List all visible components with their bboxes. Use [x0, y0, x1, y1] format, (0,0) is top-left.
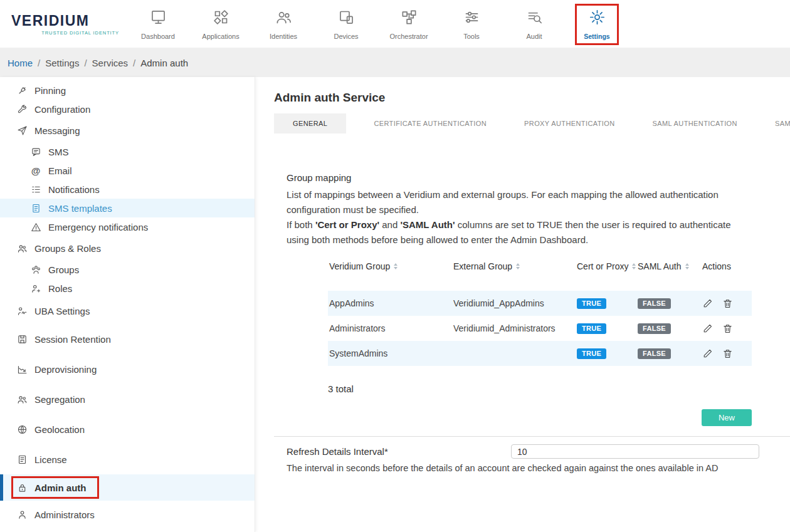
column-header-veridium-group[interactable]: Veridium Group [328, 261, 453, 271]
delete-button[interactable] [722, 348, 733, 359]
edit-button[interactable] [702, 298, 713, 309]
tab-saml-authentication[interactable]: SAML AUTHENTICATION [643, 113, 747, 133]
cert-or-proxy-badge: TRUE [577, 323, 606, 334]
license-document-icon [16, 454, 28, 465]
table-header-row: Veridium Group External Group Cert or Pr… [328, 256, 752, 276]
tab-proxy-authentication[interactable]: PROXY AUTHENTICATION [514, 113, 625, 133]
breadcrumb-home[interactable]: Home [8, 58, 33, 68]
nav-item-identities[interactable]: Identities [252, 5, 315, 43]
settings-sidebar: Pinning Configuration Messaging SMS @ Em… [0, 77, 255, 532]
tab-general[interactable]: GENERAL [274, 113, 346, 133]
sidebar-item-segregation[interactable]: Segregation [0, 384, 255, 414]
nav-item-orchestrator[interactable]: Orchestrator [377, 5, 440, 43]
sidebar-item-admin-auth[interactable]: Admin auth [0, 474, 255, 501]
group-mapping-heading: Group mapping [287, 172, 790, 183]
users-icon [16, 243, 28, 254]
breadcrumb-current: Admin auth [140, 58, 188, 68]
refresh-interval-input[interactable] [511, 444, 759, 459]
breadcrumb-services[interactable]: Services [92, 58, 129, 68]
main-nav: Dashboard Applications Identities Device… [127, 5, 628, 43]
delete-button[interactable] [722, 323, 733, 334]
declining-chart-icon [16, 363, 28, 375]
tab-saml-keystore[interactable]: SAML KE [765, 113, 790, 133]
new-button[interactable]: New [702, 409, 752, 426]
nav-item-audit[interactable]: Audit [503, 5, 566, 43]
devices-icon [338, 9, 355, 28]
breadcrumb-separator: / [38, 58, 40, 68]
sidebar-item-messaging[interactable]: Messaging [0, 118, 255, 142]
breadcrumb-settings[interactable]: Settings [45, 58, 79, 68]
group-mapping-section: Group mapping List of mappings between a… [274, 172, 790, 426]
dashboard-icon [150, 9, 167, 28]
text-segment-bold: 'Cert or Proxy' [315, 219, 379, 230]
breadcrumb: Home / Settings / Services / Admin auth [0, 48, 790, 77]
nav-item-applications[interactable]: Applications [189, 5, 252, 43]
sidebar-item-sms-templates[interactable]: SMS templates [0, 199, 255, 217]
uba-icon [16, 305, 28, 316]
column-header-saml-auth[interactable]: SAML Auth [638, 261, 702, 271]
saml-auth-badge: FALSE [638, 298, 671, 309]
pin-icon [16, 85, 28, 96]
breadcrumb-separator: / [84, 58, 87, 68]
cert-or-proxy-badge: TRUE [577, 298, 606, 309]
wrench-icon [16, 103, 28, 115]
segregation-users-icon [16, 394, 28, 405]
sidebar-item-administrators[interactable]: Administrators [0, 501, 255, 528]
section-divider [274, 436, 790, 437]
refresh-interval-section: Refresh Details Interval* The interval i… [274, 444, 790, 473]
applications-icon [213, 9, 229, 28]
sidebar-item-groups[interactable]: Groups [0, 260, 255, 279]
sidebar-item-session-retention[interactable]: Session Retention [0, 324, 255, 354]
nav-item-devices[interactable]: Devices [315, 5, 377, 43]
sidebar-item-sms[interactable]: SMS [0, 142, 255, 161]
new-button-row: New [287, 409, 752, 426]
nav-item-tools[interactable]: Tools [440, 5, 503, 43]
page-title: Admin auth Service [274, 91, 790, 105]
nav-item-settings[interactable]: Settings [566, 5, 628, 43]
refresh-interval-help: The interval in seconds before the detai… [287, 463, 790, 473]
column-header-cert-or-proxy[interactable]: Cert or Proxy [577, 261, 638, 271]
top-navigation: VERIDIUM TRUSTED DIGITAL IDENTITY Dashbo… [0, 0, 790, 48]
cell-veridium-group: Administrators [328, 323, 453, 333]
cell-external-group: Veridiumid_AppAdmins [453, 298, 577, 308]
tab-certificate-authentication[interactable]: CERTIFICATE AUTHENTICATION [364, 113, 497, 133]
sidebar-item-pinning[interactable]: Pinning [0, 81, 255, 100]
edit-button[interactable] [702, 348, 713, 359]
sidebar-item-groups-and-roles[interactable]: Groups & Roles [0, 236, 255, 260]
edit-button[interactable] [702, 323, 713, 334]
sidebar-item-configuration[interactable]: Configuration [0, 100, 255, 118]
group-mapping-desc-1: List of mappings between a Veridium and … [287, 187, 756, 217]
sidebar-item-geolocation[interactable]: Geolocation [0, 414, 255, 444]
orchestrator-icon [401, 9, 418, 28]
email-at-icon: @ [30, 165, 41, 176]
table-row: AppAdmins Veridiumid_AppAdmins TRUE FALS… [328, 291, 752, 316]
group-mapping-desc-2: If both 'Cert or Proxy' and 'SAML Auth' … [287, 217, 756, 248]
sidebar-item-uba-settings[interactable]: UBA Settings [0, 298, 255, 324]
sidebar-item-license[interactable]: License [0, 444, 255, 474]
tools-icon [463, 9, 480, 28]
tab-bar: GENERAL CERTIFICATE AUTHENTICATION PROXY… [274, 113, 790, 133]
column-header-actions: Actions [702, 261, 752, 271]
template-document-icon [30, 202, 41, 214]
sort-icon[interactable] [685, 263, 689, 269]
sort-icon[interactable] [632, 263, 636, 269]
sort-icon[interactable] [516, 263, 520, 269]
sidebar-item-email[interactable]: @ Email [0, 161, 255, 180]
sidebar-item-emergency-notifications[interactable]: Emergency notifications [0, 217, 255, 236]
column-header-external-group[interactable]: External Group [453, 261, 577, 271]
cell-veridium-group: AppAdmins [328, 298, 453, 308]
sidebar-item-notifications[interactable]: Notifications [0, 180, 255, 199]
save-disk-icon [16, 333, 28, 345]
text-segment: If both [287, 219, 315, 230]
nav-item-dashboard[interactable]: Dashboard [127, 5, 189, 43]
veridium-logo[interactable]: VERIDIUM TRUSTED DIGITAL IDENTITY [11, 13, 119, 36]
sidebar-item-roles[interactable]: Roles [0, 279, 255, 298]
warning-triangle-icon [30, 221, 41, 232]
cell-veridium-group: SystemAdmins [328, 348, 453, 358]
delete-button[interactable] [722, 298, 733, 309]
sidebar-item-deprovisioning[interactable]: Deprovisioning [0, 354, 255, 384]
sms-icon [30, 146, 41, 157]
brand-name: VERIDIUM [11, 13, 119, 29]
sort-icon[interactable] [394, 263, 398, 269]
table-total-count: 3 total [328, 383, 790, 394]
